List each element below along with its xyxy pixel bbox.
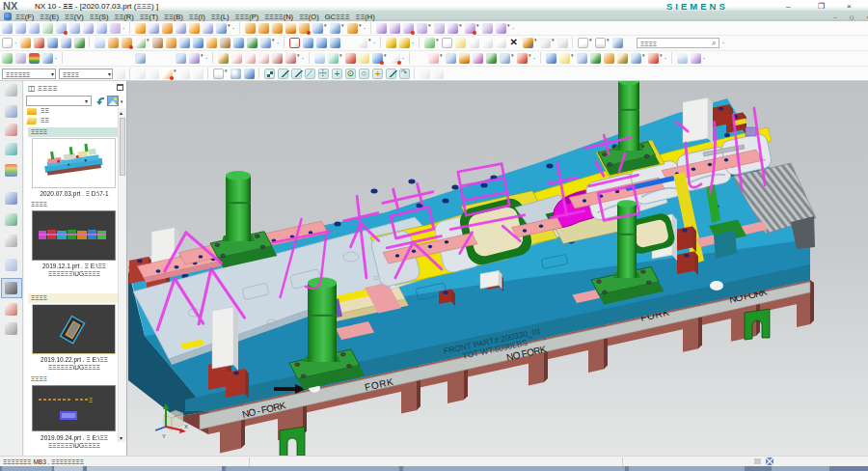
svg-text:Y: Y bbox=[162, 433, 166, 439]
svg-text:Ξ: Ξ bbox=[89, 397, 94, 403]
svg-text:X: X bbox=[184, 424, 188, 429]
